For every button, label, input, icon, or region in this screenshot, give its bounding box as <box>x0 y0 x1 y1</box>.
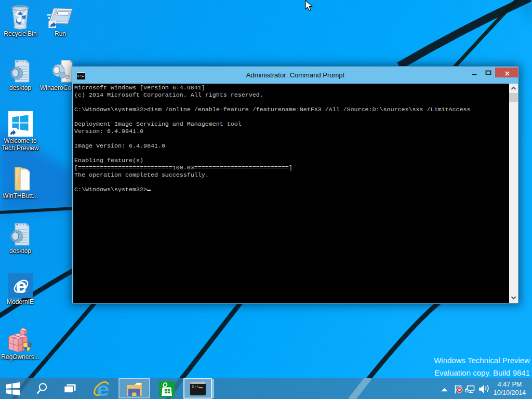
svg-text:e: e <box>97 378 109 399</box>
svg-text:e: e <box>16 275 26 297</box>
svg-text:C:\: C:\ <box>192 384 200 389</box>
